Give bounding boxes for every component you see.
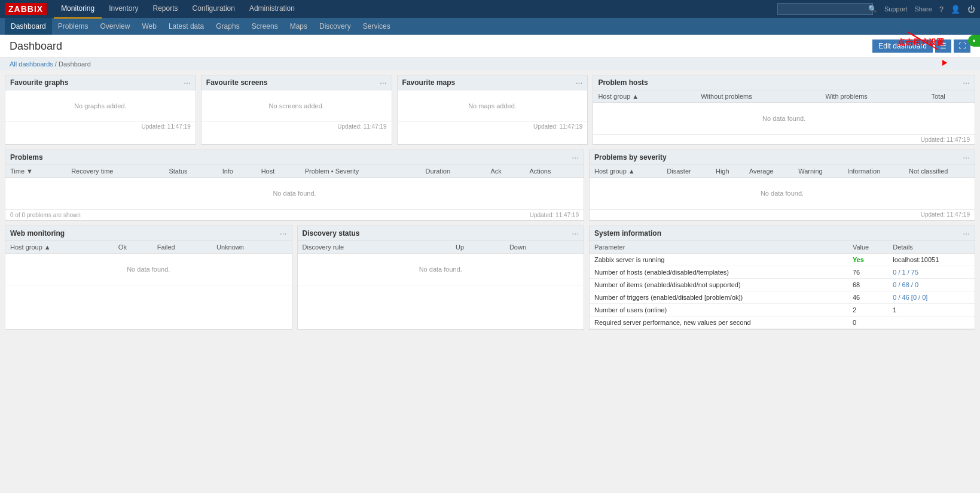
pbs-col-not-classified: Not classified [904,165,975,178]
problems-col-duration: Duration [421,165,486,178]
web-monitoring-title: Web monitoring [10,229,65,238]
sysinfo-details-0: localhost:10051 [888,254,975,266]
discovery-status-menu[interactable]: ··· [572,229,579,238]
favourite-screens-no-data: No screens added. [269,102,324,109]
pbs-col-hostgroup[interactable]: Host group ▲ [590,165,662,178]
web-monitoring-table: Host group ▲ Ok Failed Unknown No data f… [5,241,292,285]
favourite-screens-widget: Favourite screens ··· No screens added. … [201,75,392,145]
sysinfo-param-2: Number of items (enabled/disabled/not su… [590,279,848,291]
sysinfo-row: Number of users (online)21 [590,304,975,317]
power-icon[interactable]: ⏻ [967,5,975,14]
profile-icon[interactable]: 👤 [951,5,960,14]
sysinfo-value-5: 0 [848,317,888,329]
nav-inventory[interactable]: Inventory [102,0,145,19]
subnav-discovery[interactable]: Discovery [313,18,357,35]
problems-col-time[interactable]: Time ▼ [5,165,66,178]
favourite-maps-updated: Updated: 11:47:19 [533,123,582,130]
problems-footer: 0 of 0 problems are shown Updated: 11:47… [5,209,584,220]
system-information-table: Parameter Value Details Zabbix server is… [590,241,975,329]
favourite-graphs-content: No graphs added. [5,90,196,121]
system-information-title: System information [594,229,661,238]
ds-col-rule: Discovery rule [298,241,451,254]
subnav-problems[interactable]: Problems [52,18,94,35]
favourite-maps-menu[interactable]: ··· [576,78,583,87]
breadcrumb-all-dashboards[interactable]: All dashboards [10,60,53,68]
header-actions: Edit dashboard ☰ ⛶ [872,39,970,53]
sysinfo-details-2: 0 / 68 / 0 [888,279,975,291]
favourite-graphs-updated: Updated: 11:47:19 [142,123,191,130]
problems-col-status: Status [164,165,217,178]
dashboard-content: Favourite graphs ··· No graphs added. Up… [0,70,980,334]
favourite-screens-updated: Updated: 11:47:19 [337,123,386,130]
problems-by-severity-widget: Problems by severity ··· Host group ▲ Di… [589,150,975,221]
sysinfo-param-3: Number of triggers (enabled/disabled [pr… [590,291,848,304]
ds-col-up: Up [451,241,505,254]
subnav-web[interactable]: Web [136,18,162,35]
wm-col-unknown: Unknown [212,241,292,254]
problems-col-problem: Problem • Severity [300,165,421,178]
problems-table: Time ▼ Recovery time Status Info Host Pr… [5,165,584,209]
sysinfo-value-1: 76 [848,266,888,279]
nav-monitoring[interactable]: Monitoring [54,0,102,19]
system-information-menu[interactable]: ··· [963,229,970,238]
dashboard-list-button[interactable]: ☰ [935,39,951,53]
si-col-value: Value [848,241,888,254]
sub-nav: Dashboard Problems Overview Web Latest d… [0,18,980,35]
favourite-graphs-menu[interactable]: ··· [184,78,191,87]
wm-col-hostgroup[interactable]: Host group ▲ [5,241,114,254]
problems-menu[interactable]: ··· [572,153,579,162]
favourite-maps-header: Favourite maps ··· [398,75,588,90]
nav-reports[interactable]: Reports [146,0,185,19]
subnav-graphs[interactable]: Graphs [210,18,245,35]
search-input[interactable] [777,3,873,15]
problem-hosts-col-hostgroup[interactable]: Host group ▲ [593,90,696,103]
system-information-header: System information ··· [590,226,975,241]
problems-updated: Updated: 11:47:19 [530,212,579,218]
breadcrumb-current: Dashboard [59,60,91,68]
subnav-screens[interactable]: Screens [246,18,284,35]
pbs-col-warning: Warning [793,165,842,178]
top-row: Favourite graphs ··· No graphs added. Up… [5,75,975,145]
web-monitoring-menu[interactable]: ··· [280,229,287,238]
subnav-dashboard[interactable]: Dashboard [5,18,52,35]
subnav-maps[interactable]: Maps [284,18,313,35]
favourite-graphs-footer: Updated: 11:47:19 [5,121,196,131]
sysinfo-value-2: 68 [848,279,888,291]
discovery-status-header: Discovery status ··· [298,226,584,241]
sysinfo-param-5: Required server performance, new values … [590,317,848,329]
status-icon: ● [972,38,975,44]
page-title: Dashboard [10,40,62,53]
subnav-latest-data[interactable]: Latest data [163,18,210,35]
search-icon[interactable]: 🔍 [868,5,877,13]
problems-col-host: Host [257,165,300,178]
favourite-screens-menu[interactable]: ··· [380,78,387,87]
problems-by-severity-menu[interactable]: ··· [963,153,970,162]
help-icon[interactable]: ? [939,5,944,14]
sysinfo-param-4: Number of users (online) [590,304,848,317]
pbs-col-information: Information [842,165,904,178]
discovery-status-widget: Discovery status ··· Discovery rule Up D… [297,226,585,330]
wm-no-data: No data found. [5,254,292,285]
problem-hosts-col-without: Without problems [696,90,820,103]
share-link[interactable]: Share [914,5,932,13]
nav-administration[interactable]: Administration [242,0,302,19]
page-header: Dashboard Edit dashboard ☰ ⛶ [0,35,980,58]
problem-hosts-menu[interactable]: ··· [963,78,970,87]
problems-header: Problems ··· [5,150,584,165]
ds-no-data: No data found. [298,254,584,285]
support-link[interactable]: Support [884,5,908,13]
problem-hosts-footer: Updated: 11:47:19 [593,135,975,144]
subnav-overview[interactable]: Overview [94,18,136,35]
favourite-graphs-header: Favourite graphs ··· [5,75,196,90]
status-circle[interactable]: ● [968,35,980,47]
pbs-col-disaster: Disaster [662,165,711,178]
favourite-maps-title: Favourite maps [402,78,456,87]
bottom-left: Web monitoring ··· Host group ▲ Ok Faile… [5,226,584,330]
subnav-services[interactable]: Services [357,18,396,35]
nav-configuration[interactable]: Configuration [185,0,242,19]
problems-col-actions: Actions [524,165,584,178]
problem-hosts-widget: Problem hosts ··· Host group ▲ Without p… [593,75,975,145]
nav-right: 🔍 Support Share ? 👤 ⏻ [777,3,975,15]
edit-dashboard-button[interactable]: Edit dashboard [872,39,933,53]
pbs-col-average: Average [744,165,793,178]
